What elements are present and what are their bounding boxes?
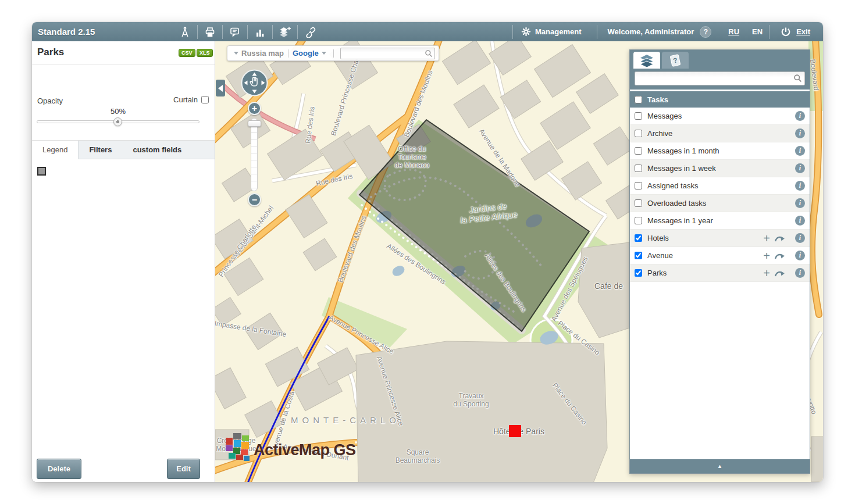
edit-button[interactable]: Edit bbox=[167, 459, 200, 479]
zoom-to-layer-icon[interactable]: + bbox=[763, 250, 770, 262]
layer-info-icon[interactable]: i bbox=[795, 251, 805, 260]
management-button[interactable]: Management bbox=[513, 27, 596, 37]
measure-icon[interactable] bbox=[173, 22, 197, 41]
share-link-icon[interactable] bbox=[298, 22, 322, 41]
provider-caret-icon[interactable] bbox=[322, 52, 326, 55]
lang-ru[interactable]: RU bbox=[728, 27, 739, 36]
layer-row[interactable]: Parks + i bbox=[630, 264, 810, 282]
add-layer-icon[interactable] bbox=[273, 22, 297, 41]
layer-checkbox[interactable] bbox=[635, 199, 642, 207]
lang-en[interactable]: EN bbox=[752, 27, 763, 36]
layer-list: Messages + i Archive + i Messages in 1 m… bbox=[630, 108, 810, 282]
base-map-caret-icon[interactable] bbox=[234, 52, 238, 55]
layer-info-icon[interactable]: i bbox=[795, 146, 805, 156]
zoom-slider[interactable] bbox=[251, 118, 258, 191]
print-icon[interactable] bbox=[198, 22, 222, 41]
search-icon[interactable] bbox=[425, 49, 433, 60]
opacity-value: 50% bbox=[101, 107, 136, 116]
layer-checkbox[interactable] bbox=[635, 217, 642, 224]
layer-checkbox[interactable] bbox=[635, 147, 642, 155]
layer-actions: + bbox=[763, 233, 786, 244]
zoom-in-button[interactable]: + bbox=[248, 102, 261, 115]
tab-help-docs[interactable]: ? bbox=[662, 52, 689, 69]
layer-checkbox[interactable] bbox=[635, 165, 642, 172]
layer-checkbox[interactable] bbox=[635, 112, 642, 120]
divider bbox=[288, 49, 288, 58]
go-to-layer-icon[interactable] bbox=[774, 234, 786, 242]
zoom-to-layer-icon[interactable]: + bbox=[763, 233, 770, 244]
layer-info-icon[interactable]: i bbox=[795, 216, 805, 226]
statistics-icon[interactable] bbox=[248, 22, 272, 41]
layer-info-icon[interactable]: i bbox=[795, 181, 805, 191]
layer-label: Archive bbox=[647, 129, 758, 138]
curtain-checkbox[interactable] bbox=[201, 96, 209, 103]
opacity-slider[interactable] bbox=[37, 120, 200, 123]
pan-control[interactable] bbox=[241, 69, 268, 96]
layer-info-icon[interactable]: i bbox=[795, 268, 805, 278]
layer-info-icon[interactable]: i bbox=[795, 128, 805, 138]
layer-label: Messages in 1 month bbox=[647, 146, 758, 155]
tab-legend[interactable]: Legend bbox=[32, 141, 79, 159]
left-panel: Parks CSV XLS Opacity Curtain 50% Legend… bbox=[32, 41, 215, 482]
layer-row[interactable]: Messages in 1 year + i bbox=[630, 212, 810, 230]
zoom-to-layer-icon[interactable]: + bbox=[763, 267, 770, 279]
tab-filters[interactable]: Filters bbox=[79, 141, 122, 159]
layer-label: Overloaded tasks bbox=[647, 199, 758, 208]
tab-layers[interactable] bbox=[633, 52, 660, 69]
go-to-layer-icon[interactable] bbox=[774, 252, 786, 260]
map-search-input[interactable] bbox=[340, 48, 435, 59]
layer-checkbox[interactable] bbox=[635, 252, 642, 259]
layer-info-icon[interactable]: i bbox=[795, 233, 805, 243]
layer-checkbox[interactable] bbox=[635, 130, 642, 137]
tab-custom-fields[interactable]: custom fields bbox=[122, 141, 192, 159]
layer-search-input[interactable] bbox=[635, 72, 805, 85]
hotel-point-marker[interactable] bbox=[509, 425, 521, 437]
report-icon[interactable] bbox=[223, 22, 247, 41]
provider-select[interactable]: Google bbox=[293, 49, 319, 58]
layer-row[interactable]: Messages + i bbox=[630, 108, 810, 125]
tasks-group-checkbox[interactable] bbox=[635, 96, 642, 103]
right-panel: ? Tasks Messages + i bbox=[629, 49, 810, 474]
export-xls-button[interactable]: XLS bbox=[197, 49, 213, 57]
layer-row[interactable]: Hotels + i bbox=[630, 230, 810, 247]
exit-label: Exit bbox=[796, 27, 810, 36]
layer-row[interactable]: Messages in 1 month + i bbox=[630, 142, 810, 160]
app-window: Standard 2.15 bbox=[32, 22, 823, 482]
toolbar bbox=[173, 22, 322, 41]
map-toolbar: Russia map Google bbox=[227, 45, 439, 61]
layers-icon bbox=[639, 54, 654, 67]
collapse-left-panel-button[interactable] bbox=[216, 80, 225, 96]
layer-label: Hotels bbox=[647, 234, 758, 242]
layer-row[interactable]: Avenue + i bbox=[630, 247, 810, 264]
base-map-select[interactable]: Russia map bbox=[241, 49, 284, 58]
divider bbox=[333, 49, 334, 58]
layer-row[interactable]: Assigned tasks + i bbox=[630, 177, 810, 195]
search-icon[interactable] bbox=[793, 74, 802, 85]
top-bar-right: Management Welcome, Administrator ? RU E… bbox=[512, 22, 823, 41]
layer-info-icon[interactable]: i bbox=[795, 198, 805, 208]
page: Standard 2.15 bbox=[0, 0, 855, 504]
layer-actions: + bbox=[763, 267, 786, 279]
layer-checkbox[interactable] bbox=[635, 182, 642, 190]
exit-button[interactable]: Exit bbox=[770, 26, 823, 38]
zoom-out-button[interactable]: − bbox=[248, 193, 261, 206]
export-csv-button[interactable]: CSV bbox=[179, 49, 195, 57]
layer-row[interactable]: Messages in 1 week + i bbox=[630, 160, 810, 177]
document-question-icon: ? bbox=[668, 54, 683, 67]
layer-info-icon[interactable]: i bbox=[795, 163, 805, 173]
help-button[interactable]: ? bbox=[700, 26, 711, 38]
layer-row[interactable]: Overloaded tasks + i bbox=[630, 195, 810, 212]
layer-checkbox[interactable] bbox=[635, 234, 642, 242]
layer-info-icon[interactable]: i bbox=[795, 111, 805, 121]
zoom-slider-thumb[interactable] bbox=[248, 120, 261, 127]
delete-button[interactable]: Delete bbox=[37, 459, 81, 479]
tasks-group-header[interactable]: Tasks bbox=[630, 91, 810, 108]
opacity-slider-thumb[interactable] bbox=[113, 117, 122, 126]
panel-collapse-bar[interactable]: ▲ bbox=[630, 459, 810, 473]
panel-title: Parks bbox=[37, 47, 64, 58]
layer-label: Avenue bbox=[647, 251, 758, 260]
layer-checkbox[interactable] bbox=[635, 269, 642, 277]
go-to-layer-icon[interactable] bbox=[774, 269, 786, 277]
layer-label: Messages bbox=[647, 112, 758, 120]
layer-row[interactable]: Archive + i bbox=[630, 125, 810, 142]
